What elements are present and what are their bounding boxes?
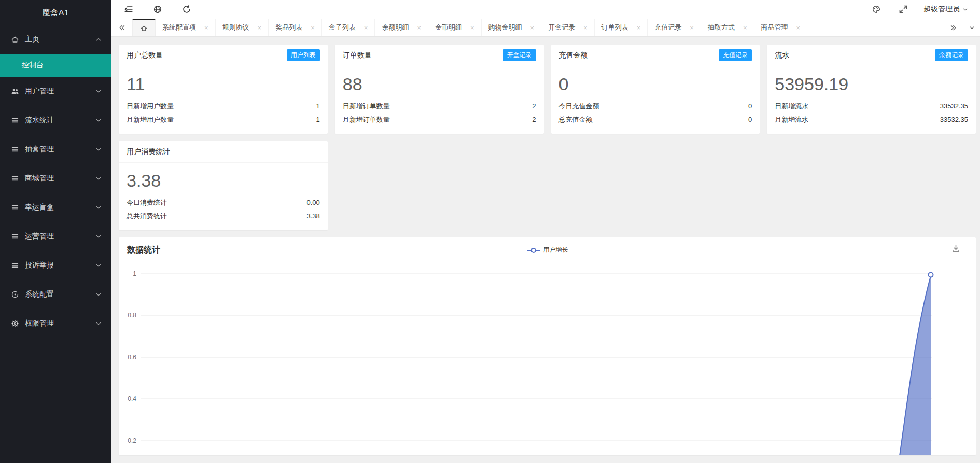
tab-label: 抽取方式 (708, 23, 735, 32)
tab-1[interactable]: 规则协议× (216, 19, 269, 36)
stat-card-title: 充值金额 (559, 51, 588, 60)
legend-line-marker-icon (527, 248, 540, 253)
tab-label: 金币明细 (435, 23, 462, 32)
tabs-spacer (807, 19, 943, 36)
stat-row-value: 0 (748, 100, 752, 113)
stat-card-badge-button[interactable]: 开盒记录 (503, 49, 536, 61)
chevron-down-icon (95, 88, 102, 95)
gear-icon (11, 319, 19, 328)
last-data-point-marker[interactable] (929, 273, 933, 277)
close-tab-icon[interactable]: × (743, 24, 747, 31)
tab-11[interactable]: 商品管理× (754, 19, 808, 36)
sidebar-item-10[interactable]: 权限管理 (0, 309, 111, 338)
sidebar-item-6[interactable]: 幸运盲盒 (0, 193, 111, 222)
globe-icon[interactable] (153, 5, 162, 14)
stat-card-body: 11日新增用户数量1月新增用户数量1 (119, 66, 328, 134)
close-tab-icon[interactable]: × (258, 24, 262, 31)
tab-5[interactable]: 金币明细× (428, 19, 482, 36)
tabs-scroll-right-icon[interactable] (943, 19, 963, 36)
chevron-down-icon (962, 6, 969, 13)
tab-0[interactable]: 系统配置项× (156, 19, 216, 36)
chart-legend-user-growth[interactable]: 用户增长 (527, 246, 568, 255)
stat-card-badge-button[interactable]: 用户列表 (287, 49, 320, 61)
statistics-chart-card: 数据统计 用户增长 10.80.60.40.2 (119, 237, 976, 455)
sidebar-item-7[interactable]: 运营管理 (0, 222, 111, 251)
close-tab-icon[interactable]: × (637, 24, 641, 31)
stat-card-body: 88日新增订单数量2月新增订单数量2 (335, 66, 544, 134)
stat-row-value: 0 (748, 113, 752, 127)
tabs-menu-icon[interactable] (963, 19, 980, 36)
stat-card-badge-button[interactable]: 充值记录 (719, 49, 752, 61)
sidebar-item-5[interactable]: 商城管理 (0, 164, 111, 193)
tab-home[interactable] (132, 19, 156, 36)
stat-row-value: 1 (316, 100, 320, 113)
download-chart-icon[interactable] (951, 244, 960, 253)
sidebar-item-3[interactable]: 流水统计 (0, 106, 111, 135)
sidebar-subitem-1[interactable]: 控制台 (0, 54, 111, 77)
close-tab-icon[interactable]: × (311, 24, 315, 31)
close-tab-icon[interactable]: × (470, 24, 474, 31)
close-tab-icon[interactable]: × (796, 24, 801, 31)
tab-10[interactable]: 抽取方式× (701, 19, 754, 36)
stat-card-3: 流水余额记录53959.19日新增流水33532.35月新增流水33532.35 (767, 45, 976, 134)
close-tab-icon[interactable]: × (690, 24, 694, 31)
y-axis-tick: 0.8 (128, 312, 136, 319)
stat-row-label: 日新增流水 (775, 100, 808, 113)
user-menu[interactable]: 超级管理员 (923, 5, 969, 14)
chevron-down-icon (95, 175, 102, 182)
chevron-down-icon (95, 233, 102, 240)
sidebar-item-9[interactable]: 系统配置 (0, 280, 111, 309)
close-tab-icon[interactable]: × (530, 24, 535, 31)
close-tab-icon[interactable]: × (364, 24, 368, 31)
main-column: 超级管理员 系统配置项×规则协议×奖品列表×盒子列表×余额明细×金币明细×购物金… (111, 0, 980, 463)
list-icon (11, 203, 19, 212)
list-icon (11, 116, 19, 124)
legend-label: 用户增长 (543, 246, 568, 255)
dashboard-content: 用户总数量用户列表11日新增用户数量1月新增用户数量1订单数量开盒记录88日新增… (111, 37, 980, 463)
user-growth-area-chart: 10.80.60.40.2 (119, 237, 976, 455)
tab-8[interactable]: 订单列表× (595, 19, 648, 36)
stat-card-1: 订单数量开盒记录88日新增订单数量2月新增订单数量2 (335, 45, 544, 134)
fullscreen-icon[interactable] (899, 5, 908, 14)
sidebar-item-label: 用户管理 (25, 87, 54, 96)
sidebar-item-label: 运营管理 (25, 232, 54, 241)
tab-6[interactable]: 购物金明细× (482, 19, 542, 36)
sidebar-item-2[interactable]: 用户管理 (0, 77, 111, 106)
stat-row-value: 2 (532, 100, 536, 113)
sidebar-item-0[interactable]: 主页 (0, 25, 111, 54)
stat-card-value: 11 (127, 73, 320, 95)
stat-card-header: 用户总数量用户列表 (119, 45, 328, 66)
topbar: 超级管理员 (111, 0, 980, 19)
y-axis-tick: 1 (133, 270, 136, 277)
stat-card-body: 53959.19日新增流水33532.35月新增流水33532.35 (767, 66, 976, 134)
stat-row: 总共消费统计3.38 (127, 209, 320, 223)
stat-card-0: 用户总数量用户列表11日新增用户数量1月新增用户数量1 (119, 45, 328, 134)
tab-7[interactable]: 开盒记录× (541, 19, 595, 36)
stat-card-badge-button[interactable]: 余额记录 (935, 49, 968, 61)
sidebar-item-4[interactable]: 抽盒管理 (0, 135, 111, 164)
sidebar-item-8[interactable]: 投诉举报 (0, 251, 111, 280)
tab-4[interactable]: 余额明细× (375, 19, 428, 36)
stat-row-value: 0.00 (306, 196, 319, 209)
close-tab-icon[interactable]: × (583, 24, 587, 31)
list-icon (11, 145, 19, 153)
palette-icon[interactable] (872, 5, 881, 14)
sidebar-item-label: 权限管理 (25, 319, 54, 328)
chart-title: 数据统计 (127, 245, 160, 256)
sidebar-nav: 主页控制台用户管理流水统计抽盒管理商城管理幸运盲盒运营管理投诉举报系统配置权限管… (0, 25, 111, 338)
tab-2[interactable]: 奖品列表× (269, 19, 322, 36)
stat-row: 日新增订单数量2 (343, 100, 536, 113)
collapse-menu-icon[interactable] (124, 5, 133, 14)
stat-card-title: 用户消费统计 (127, 147, 170, 157)
stat-card-value: 0 (559, 73, 752, 95)
tab-3[interactable]: 盒子列表× (322, 19, 375, 36)
tab-9[interactable]: 充值记录× (648, 19, 701, 36)
close-tab-icon[interactable]: × (417, 24, 421, 31)
sidebar-item-label: 主页 (25, 35, 39, 44)
tabs-scroll-left-icon[interactable] (111, 19, 132, 36)
close-tab-icon[interactable]: × (204, 24, 208, 31)
stat-row-label: 今日消费统计 (127, 196, 167, 209)
refresh-icon[interactable] (182, 5, 191, 14)
stat-row-label: 日新增用户数量 (127, 100, 174, 113)
chevron-up-icon (95, 36, 102, 43)
